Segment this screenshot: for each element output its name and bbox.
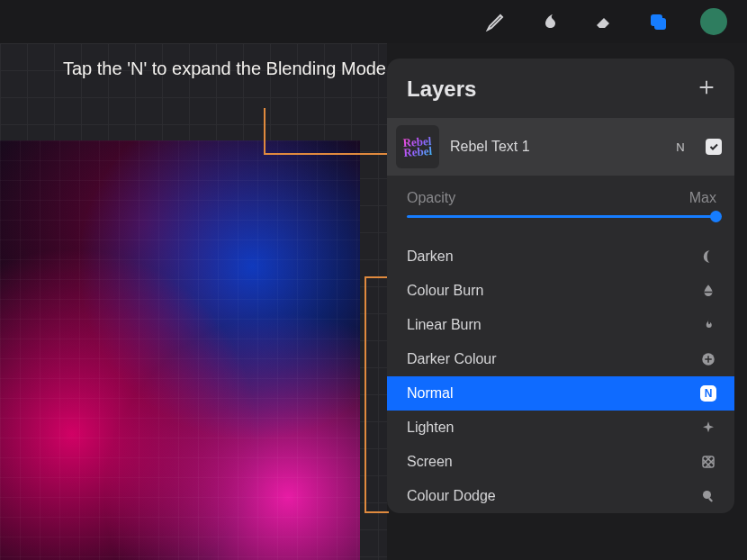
- blend-mode-linear-burn[interactable]: Linear Burn: [387, 308, 734, 342]
- sparkle-icon: [700, 420, 716, 436]
- plus-circle-icon: [700, 351, 716, 367]
- blend-mode-letter[interactable]: N: [673, 140, 688, 154]
- layers-panel: Layers RebelRebel Rebel Text 1 N Opacity…: [387, 59, 734, 513]
- blend-mode-label: Darker Colour: [407, 351, 497, 367]
- n-badge-icon: N: [700, 385, 716, 402]
- callout-bracket: [364, 511, 389, 513]
- callout-line: [264, 108, 266, 153]
- brush-icon[interactable]: [484, 10, 508, 33]
- panel-title: Layers: [407, 77, 476, 102]
- blend-mode-label: Normal: [407, 385, 454, 402]
- blend-mode-label: Lighten: [407, 420, 454, 436]
- blend-mode-label: Darken: [407, 248, 454, 265]
- drop-icon: [700, 283, 716, 299]
- layer-row[interactable]: RebelRebel Rebel Text 1 N: [387, 118, 734, 176]
- blend-mode-label: Linear Burn: [407, 317, 482, 333]
- moon-icon: [700, 248, 716, 265]
- top-toolbar: [0, 0, 747, 43]
- blend-mode-label: Screen: [407, 454, 453, 470]
- blend-mode-label: Colour Burn: [407, 283, 483, 299]
- layer-visibility-checkbox[interactable]: [706, 139, 722, 155]
- opacity-slider[interactable]: [387, 212, 734, 230]
- flame-icon: [700, 317, 716, 333]
- add-layer-button[interactable]: [697, 77, 716, 101]
- blend-mode-colour-burn[interactable]: Colour Burn: [387, 274, 734, 308]
- opacity-row: Opacity Max: [387, 176, 734, 212]
- eraser-icon[interactable]: [592, 10, 616, 33]
- svg-point-4: [703, 491, 711, 499]
- callout-bracket: [364, 276, 389, 278]
- layer-thumbnail: RebelRebel: [396, 125, 439, 168]
- avatar[interactable]: [700, 8, 727, 35]
- blend-mode-normal[interactable]: Normal N: [387, 376, 734, 411]
- opacity-label: Opacity: [407, 190, 455, 206]
- blend-mode-screen[interactable]: Screen: [387, 445, 734, 479]
- callout-bracket: [364, 276, 366, 513]
- blend-mode-list: Darken Colour Burn Linear Burn Darker Co…: [387, 230, 734, 513]
- blend-mode-darken[interactable]: Darken: [387, 239, 734, 274]
- layers-header: Layers: [387, 59, 734, 118]
- blend-mode-label: Colour Dodge: [407, 488, 496, 504]
- blend-mode-darker-colour[interactable]: Darker Colour: [387, 342, 734, 376]
- canvas-area: [0, 43, 387, 560]
- svg-rect-1: [654, 18, 666, 30]
- opacity-value: Max: [689, 190, 716, 206]
- layer-thumb-text: RebelRebel: [402, 136, 432, 158]
- smudge-icon[interactable]: [538, 10, 562, 33]
- layers-icon[interactable]: [646, 10, 670, 33]
- hatch-icon: [700, 454, 716, 470]
- blend-mode-lighten[interactable]: Lighten: [387, 411, 734, 445]
- blend-mode-colour-dodge[interactable]: Colour Dodge: [387, 479, 734, 513]
- canvas-image[interactable]: [0, 140, 360, 560]
- magnify-icon: [700, 488, 716, 504]
- layer-name-label: Rebel Text 1: [450, 139, 662, 155]
